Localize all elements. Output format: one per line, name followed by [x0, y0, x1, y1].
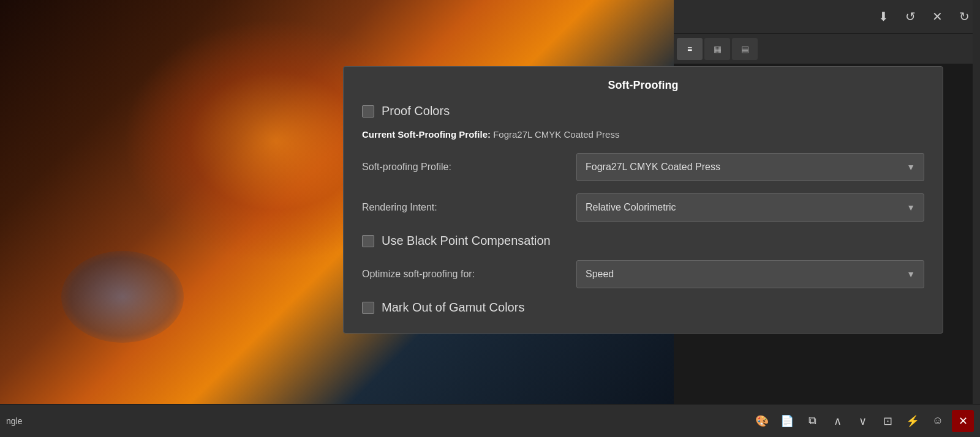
black-point-row: Use Black Point Compensation — [362, 234, 924, 248]
gamut-label: Mark Out of Gamut Colors — [382, 301, 524, 315]
profile-label: Soft-proofing Profile: — [362, 162, 570, 173]
layers-tab[interactable]: ≡ — [677, 38, 703, 60]
rendering-select-value: Relative Colorimetric — [586, 202, 676, 213]
current-profile-row: Current Soft-Proofing Profile: Fogra27L … — [362, 129, 924, 140]
rendering-select[interactable]: Relative Colorimetric ▼ — [576, 193, 924, 222]
optimize-dropdown-arrow: ▼ — [907, 269, 915, 279]
close-x-icon[interactable]: ✕ — [927, 7, 947, 26]
rendering-label: Rendering Intent: — [362, 202, 570, 213]
color-picker-icon[interactable]: 🎨 — [751, 410, 773, 432]
profile-select[interactable]: Fogra27L CMYK Coated Press ▼ — [576, 153, 924, 181]
rendering-dropdown-arrow: ▼ — [907, 203, 915, 212]
profile-row: Soft-proofing Profile: Fogra27L CMYK Coa… — [362, 153, 924, 181]
gamut-row: Mark Out of Gamut Colors — [362, 301, 924, 315]
current-profile-prefix: Current Soft-Proofing Profile: — [362, 129, 491, 140]
redo-icon[interactable]: ↻ — [954, 7, 974, 26]
duplicate-layer-icon[interactable]: ⧉ — [801, 410, 823, 432]
optimize-row: Optimize soft-proofing for: Speed ▼ — [362, 260, 924, 288]
optimize-label: Optimize soft-proofing for: — [362, 269, 570, 280]
top-toolbar: ⬇ ↺ ✕ ↻ — [674, 0, 980, 34]
fit-canvas-icon[interactable]: ⊡ — [876, 410, 899, 432]
undo-icon[interactable]: ↺ — [900, 7, 920, 26]
rendering-row: Rendering Intent: Relative Colorimetric … — [362, 193, 924, 222]
black-point-label: Use Black Point Compensation — [382, 234, 551, 248]
download-icon[interactable]: ⬇ — [873, 7, 893, 26]
canvas-info-text: ngle — [6, 416, 22, 426]
soft-proofing-panel: Soft-Proofing Proof Colors Current Soft-… — [343, 66, 943, 334]
black-point-checkbox[interactable] — [362, 235, 374, 247]
profile-select-value: Fogra27L CMYK Coated Press — [586, 162, 720, 173]
proof-colors-label: Proof Colors — [382, 104, 450, 118]
channels-tab[interactable]: ▦ — [704, 38, 730, 60]
move-up-icon[interactable]: ∧ — [826, 410, 848, 432]
move-down-icon[interactable]: ∨ — [851, 410, 873, 432]
proof-colors-row: Proof Colors — [362, 104, 924, 118]
panel-tabs: ≡ ▦ ▤ — [674, 34, 980, 64]
bottom-bar: ngle 🎨 📄 ⧉ ∧ ∨ ⊡ ⚡ ☺ ✕ — [0, 404, 980, 437]
mask-icon[interactable]: ☺ — [927, 410, 949, 432]
right-scrollbar[interactable] — [973, 0, 980, 437]
profile-dropdown-arrow: ▼ — [907, 162, 915, 172]
optimize-select-value: Speed — [586, 269, 614, 280]
histogram-tab[interactable]: ▤ — [732, 38, 758, 60]
panel-title: Soft-Proofing — [362, 79, 924, 92]
proof-colors-checkbox[interactable] — [362, 105, 374, 118]
current-profile-value: Fogra27L CMYK Coated Press — [493, 129, 619, 140]
stack-icon[interactable]: ⚡ — [902, 410, 924, 432]
new-document-icon[interactable]: 📄 — [776, 410, 798, 432]
optimize-select[interactable]: Speed ▼ — [576, 260, 924, 288]
close-bottom-icon[interactable]: ✕ — [952, 410, 974, 432]
gamut-checkbox[interactable] — [362, 302, 374, 314]
